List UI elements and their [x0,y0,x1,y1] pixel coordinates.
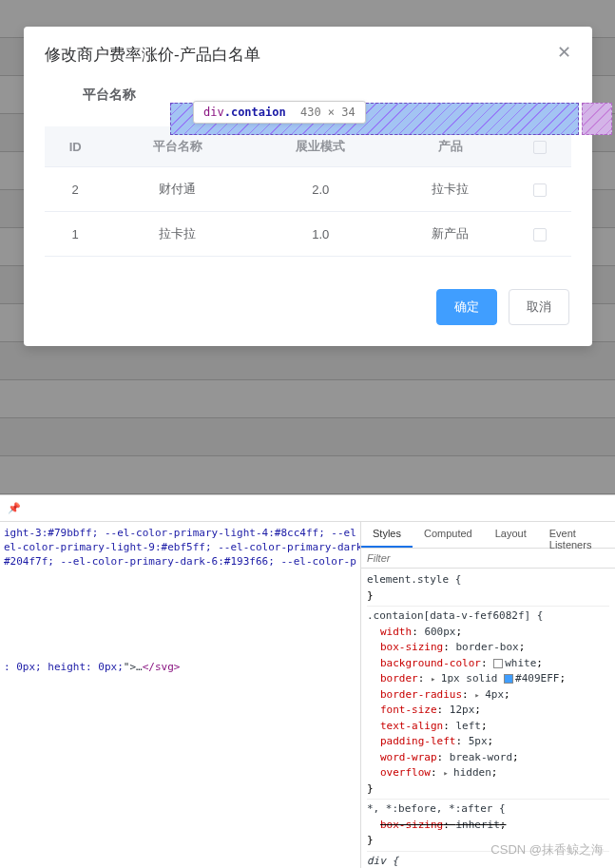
brace: } [367,781,609,798]
tab-layout[interactable]: Layout [484,522,538,548]
confirm-button[interactable]: 确定 [436,289,497,325]
contaion-selector: .contaion[data-v-fef6082f] { [367,608,609,625]
cell-id: 1 [45,212,106,257]
styles-filter [361,549,615,569]
modal-header: 修改商户费率涨价-产品白名单 ✕ [24,27,592,87]
modal-dialog: 修改商户费率涨价-产品白名单 ✕ div.contaion 430 × 34 平… [24,27,592,346]
styles-content[interactable]: element.style { } .contaion[data-v-fef60… [361,569,615,868]
cell-product: 新产品 [393,212,509,257]
cell-platform: 拉卡拉 [106,212,249,257]
checkbox-row[interactable] [533,228,547,241]
cell-platform: 财付通 [106,167,249,212]
tab-computed[interactable]: Computed [413,522,484,548]
swatch-icon[interactable] [504,674,513,684]
elements-line: el-color-primary-light-9:#ebf5ff; --el-c… [4,541,361,553]
tab-event-listeners[interactable]: Event Listeners [538,522,615,548]
element-tooltip: div.contaion 430 × 34 [193,101,366,124]
devtools-body: ight-3:#79bbff; --el-color-primary-light… [0,522,615,868]
elements-panel[interactable]: ight-3:#79bbff; --el-color-primary-light… [0,522,361,868]
cell-checkbox [509,212,572,257]
table-row: 1 拉卡拉 1.0 新产品 [45,212,571,257]
tooltip-tag: div [203,106,224,119]
checkbox-all[interactable] [533,141,547,154]
elements-line: ight-3:#79bbff; --el-color-primary-light… [4,527,356,539]
tooltip-dimensions: 430 × 34 [300,106,356,119]
modal-title: 修改商户费率涨价-产品白名单 [45,44,260,66]
universal-selector: *, *:before, *:after { [367,801,609,818]
tooltip-class: .contaion [224,106,286,119]
devtools-panel: 📌 ight-3:#79bbff; --el-color-primary-lig… [0,494,615,868]
cancel-button[interactable]: 取消 [509,289,569,325]
close-icon[interactable]: ✕ [557,44,571,61]
tab-styles[interactable]: Styles [361,522,413,548]
watermark: CSDN @抹香鲸之海 [490,841,604,858]
swatch-icon[interactable] [493,659,503,668]
cell-id: 2 [45,167,106,212]
styles-panel: Styles Computed Layout Event Listeners e… [361,522,615,868]
cell-product: 拉卡拉 [393,167,509,212]
th-id: ID [45,126,106,167]
table-row: 2 财付通 2.0 拉卡拉 [45,167,571,212]
whitelist-table: ID 平台名称 展业模式 产品 2 财付通 2.0 拉卡拉 1 拉卡拉 1.0 … [45,126,571,257]
inspected-margin-highlight [582,103,612,135]
modal-footer: 确定 取消 [24,257,592,325]
element-style-selector: element.style { [367,572,609,588]
checkbox-row[interactable] [533,183,547,197]
cell-checkbox [509,167,572,212]
filter-input[interactable] [361,549,615,568]
elements-line: #204f7f; --el-color-primary-dark-6:#193f… [4,555,356,568]
pin-icon[interactable]: 📌 [8,502,21,514]
brace: } [367,588,609,605]
elements-line: : 0px; height: 0px;">…</svg> [4,661,180,673]
styles-tabs: Styles Computed Layout Event Listeners [361,522,615,549]
cell-mode: 1.0 [249,212,393,257]
devtools-toolbar: 📌 [0,495,615,522]
platform-label: 平台名称 [71,87,147,104]
cell-mode: 2.0 [249,167,393,212]
